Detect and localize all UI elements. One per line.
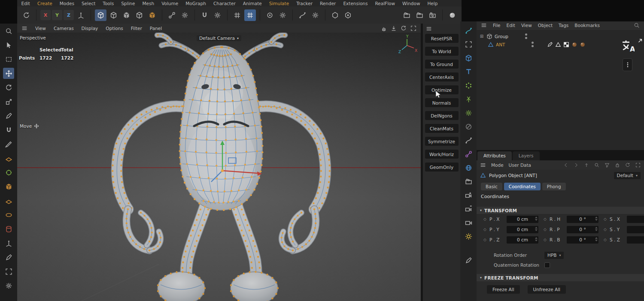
hexagon-tool-button[interactable] (329, 9, 341, 21)
emitter-button[interactable] (463, 107, 474, 118)
menu-edit[interactable]: Edit (21, 1, 30, 6)
panel-options-button[interactable] (623, 58, 632, 71)
sx-input[interactable] (627, 216, 644, 223)
floor-primitive-button[interactable] (3, 195, 14, 206)
axis-z-button[interactable]: Z (64, 10, 74, 20)
expression-tag-icon[interactable] (547, 42, 553, 48)
rb-input[interactable]: 0 ° (567, 236, 598, 244)
pen-tool-button[interactable] (3, 110, 14, 121)
work-horiz-button[interactable]: Work/Horiz (425, 150, 459, 159)
undo-icon[interactable] (21, 9, 32, 21)
viewport-canvas[interactable]: Perspective Default Camera ▾ Selected To… (17, 33, 421, 301)
menu-render[interactable]: Render (320, 1, 336, 6)
unfreeze-all-button[interactable]: Unfreeze All (528, 285, 566, 294)
geomonly-button[interactable]: GeomOnly (425, 163, 459, 172)
attr-menu-userdata[interactable]: User Data (509, 163, 531, 168)
cleanmats-button[interactable]: CleanMats (425, 124, 459, 133)
magnet-tool-button[interactable] (3, 124, 14, 135)
move-tool-button[interactable] (3, 68, 14, 79)
tab-coordinates[interactable]: Coordinates (504, 183, 541, 190)
uvw-tag-icon[interactable] (563, 42, 569, 48)
disc-primitive-button[interactable] (3, 209, 14, 220)
workplane-button[interactable] (297, 9, 308, 21)
dolly-view-icon[interactable] (391, 25, 397, 31)
sy-input[interactable] (627, 226, 644, 233)
hexagon-axis-button[interactable] (342, 9, 354, 21)
render-view-button[interactable] (401, 9, 413, 21)
text-tool-button[interactable] (463, 66, 474, 77)
menu-mograph[interactable]: MoGraph (185, 1, 206, 6)
modeling-settings-button[interactable] (264, 9, 276, 21)
lock-icon[interactable] (615, 163, 620, 168)
vp-menu-display[interactable]: Display (82, 26, 98, 31)
om-menu-view[interactable]: View (521, 23, 532, 28)
material-tag-icon[interactable] (571, 42, 577, 48)
camera-selector[interactable]: Default Camera ▾ (197, 35, 241, 41)
camera-target-button[interactable] (463, 203, 474, 214)
tab-attributes[interactable]: Attributes (477, 151, 512, 160)
pz-input[interactable]: 0 cm (507, 236, 538, 244)
render-settings-button[interactable] (427, 9, 438, 21)
sz-input[interactable] (627, 236, 644, 244)
workplane-settings-button[interactable] (310, 9, 321, 21)
camera-add-button[interactable] (463, 190, 474, 201)
axis-tool-button[interactable] (3, 238, 14, 249)
menu-animate[interactable]: Animate (243, 1, 262, 6)
to-ground-button[interactable]: To Ground (425, 60, 459, 69)
polygons-mode-button[interactable] (134, 9, 145, 21)
menu-create[interactable]: Create (37, 1, 52, 6)
search-icon[interactable] (594, 163, 599, 168)
edges-mode-button[interactable] (121, 9, 132, 21)
om-menu-edit[interactable]: Edit (507, 23, 515, 28)
viewport-menu-icon[interactable] (21, 25, 27, 31)
rotation-order-dropdown[interactable]: HPB ▾ (544, 252, 564, 259)
knife-tool-button[interactable] (3, 138, 14, 150)
globe-button[interactable] (463, 162, 474, 173)
spline-pen-button[interactable] (3, 252, 14, 263)
preset-dropdown[interactable]: Default ▾ (614, 172, 641, 179)
expander-icon[interactable]: ⊞ (479, 34, 484, 39)
grid-button[interactable] (231, 9, 243, 21)
tab-layers[interactable]: Layers (513, 151, 540, 160)
hierarchy-button[interactable] (166, 9, 178, 21)
maximize-view-icon[interactable] (410, 25, 416, 31)
rp-input[interactable]: 0 ° (567, 226, 598, 233)
om-menu-object[interactable]: Object (538, 23, 553, 28)
spinner-icon[interactable] (595, 237, 598, 241)
menu-select[interactable]: Select (82, 1, 95, 6)
live-selection-button[interactable] (3, 39, 14, 51)
tree-row-group[interactable]: ⊞ Group (477, 32, 644, 40)
attr-menu-mode[interactable]: Mode (491, 163, 504, 168)
spline-circle-button[interactable] (463, 135, 474, 146)
menu-simulate[interactable]: Simulate (269, 1, 289, 6)
spinner-icon[interactable] (535, 217, 538, 221)
rounded-square-button[interactable] (463, 39, 474, 50)
rh-input[interactable]: 0 ° (567, 216, 598, 223)
search-icon[interactable] (634, 22, 640, 28)
normals-button[interactable]: Normals (425, 98, 459, 107)
search-button[interactable] (3, 25, 14, 36)
center-axis-button[interactable]: CenterAxis (425, 72, 459, 81)
transform-section-header[interactable]: ▾ TRANSFORM (477, 207, 644, 214)
light-button[interactable] (463, 231, 474, 242)
delngons-button[interactable]: DelNgons (425, 111, 459, 120)
snap-settings-button[interactable] (212, 9, 223, 21)
cylinder-primitive-button[interactable] (3, 223, 14, 235)
particles-button[interactable] (463, 80, 474, 91)
spinner-icon[interactable] (595, 227, 598, 231)
py-input[interactable]: 0 cm (507, 226, 538, 233)
hierarchy-settings-button[interactable] (179, 9, 191, 21)
om-menu-icon[interactable] (481, 22, 487, 28)
frame-tool-button[interactable] (3, 266, 14, 277)
visibility-dots[interactable] (532, 42, 534, 47)
tweak-mode-button[interactable] (146, 9, 158, 21)
menu-tracker[interactable]: Tracker (296, 1, 313, 6)
vp-menu-panel[interactable]: Panel (150, 26, 162, 31)
phong-tag-icon[interactable] (555, 42, 561, 48)
back-icon[interactable] (563, 163, 568, 168)
pen-generator-button[interactable] (463, 255, 474, 266)
sphere-primitive-button[interactable] (3, 167, 14, 178)
axis-lock-button[interactable] (75, 9, 87, 21)
menu-tools[interactable]: Tools (103, 1, 114, 6)
freeze-section-header[interactable]: ▾ FREEZE TRANSFORM (477, 274, 644, 281)
